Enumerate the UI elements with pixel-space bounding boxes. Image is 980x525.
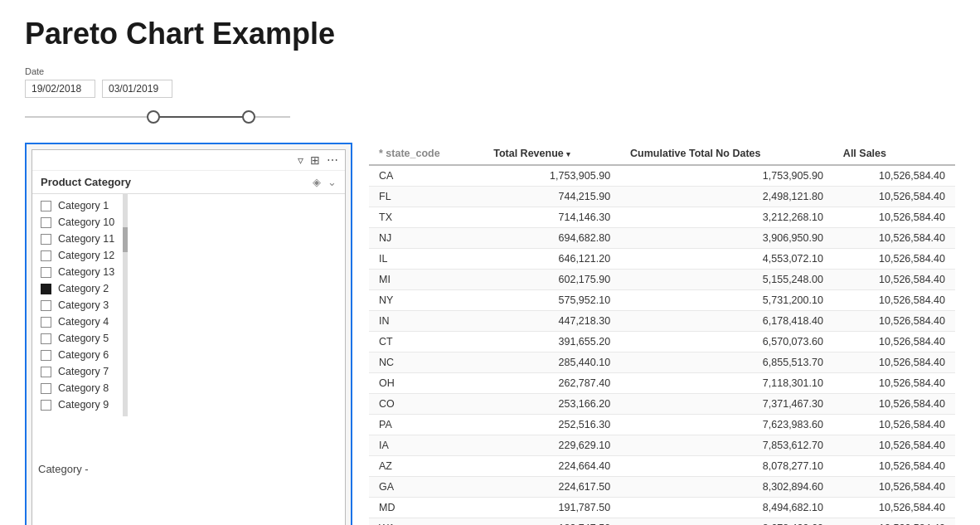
table-row: IA229,629.107,853,612.7010,526,584.40 xyxy=(369,435,955,456)
filter-checkbox[interactable] xyxy=(41,201,51,211)
table-cell: AZ xyxy=(369,456,483,477)
filter-item[interactable]: Category 8 xyxy=(32,380,123,396)
table-header: * state_codeTotal Revenue▾Cumulative Tot… xyxy=(369,143,955,165)
filter-checkbox[interactable] xyxy=(41,400,51,411)
table-col-header[interactable]: Total Revenue▾ xyxy=(483,143,620,165)
table-cell: 10,526,584.40 xyxy=(833,311,955,332)
table-cell: CO xyxy=(369,394,483,415)
table-cell: GA xyxy=(369,477,483,498)
table-cell: 10,526,584.40 xyxy=(833,270,955,290)
filter-checkbox[interactable] xyxy=(41,383,51,394)
filter-checkbox[interactable] xyxy=(41,333,51,344)
table-cell: 2,498,121.80 xyxy=(620,187,833,207)
table-cell: NC xyxy=(369,352,483,373)
filter-toolbar: ▿ ⊞ ⋯ xyxy=(32,150,345,171)
filter-checkbox[interactable] xyxy=(41,250,51,261)
table-cell: 8,078,277.10 xyxy=(620,456,833,477)
table-cell: MD xyxy=(369,498,483,518)
table-col-header[interactable]: All Sales xyxy=(833,143,955,165)
page-title: Pareto Chart Example xyxy=(25,17,955,51)
table-cell: 5,731,200.10 xyxy=(620,290,833,311)
expand-filter-icon[interactable]: ⌄ xyxy=(327,176,337,188)
table-cell: 262,787.40 xyxy=(483,373,620,394)
table-cell: MI xyxy=(369,270,483,290)
table-cell: IN xyxy=(369,311,483,332)
filter-checkbox[interactable] xyxy=(41,217,51,228)
table-cell: 10,526,584.40 xyxy=(833,477,955,498)
filter-item[interactable]: Category 6 xyxy=(32,347,123,363)
table-col-header[interactable]: Cumulative Total No Dates xyxy=(620,143,833,165)
filter-item[interactable]: Category 2 xyxy=(32,280,123,297)
table-cell: 3,212,268.10 xyxy=(620,207,833,228)
table-row: FL744,215.902,498,121.8010,526,584.40 xyxy=(369,187,955,207)
filter-item[interactable]: Category 10 xyxy=(32,214,123,231)
table-cell: 694,682.80 xyxy=(483,228,620,249)
filter-item[interactable]: Category 9 xyxy=(32,396,123,413)
table-row: AZ224,664.408,078,277.1010,526,584.40 xyxy=(369,456,955,477)
slider-track-active xyxy=(153,116,250,118)
filter-item-label: Category 7 xyxy=(58,366,109,377)
table-cell: 10,526,584.40 xyxy=(833,394,955,415)
table-view-icon[interactable]: ⊞ xyxy=(310,153,320,167)
date-start-input[interactable] xyxy=(25,80,95,98)
filter-checkbox[interactable] xyxy=(41,367,51,377)
filter-funnel-icon[interactable]: ▿ xyxy=(298,153,303,167)
filter-item[interactable]: Category 4 xyxy=(32,314,123,330)
filter-item[interactable]: Category 12 xyxy=(32,247,123,264)
date-inputs xyxy=(25,80,955,98)
filter-item-label: Category 6 xyxy=(58,349,109,361)
table-cell: 10,526,584.40 xyxy=(833,518,955,526)
table-row: CA1,753,905.901,753,905.9010,526,584.40 xyxy=(369,165,955,187)
date-slider[interactable] xyxy=(25,105,290,129)
filter-item[interactable]: Category 3 xyxy=(32,297,123,314)
filter-checkbox[interactable] xyxy=(41,234,51,245)
table-cell: 7,118,301.10 xyxy=(620,373,833,394)
table-cell: 10,526,584.40 xyxy=(833,165,955,187)
date-end-input[interactable] xyxy=(102,80,172,98)
table-cell: WA xyxy=(369,518,483,526)
filter-item[interactable]: Category 13 xyxy=(32,264,123,280)
slider-thumb-right[interactable] xyxy=(242,110,255,124)
filter-checkbox[interactable] xyxy=(41,317,51,328)
table-row: NC285,440.106,855,513.7010,526,584.40 xyxy=(369,352,955,373)
filter-scrollbar-thumb[interactable] xyxy=(123,227,128,252)
filter-checkbox[interactable] xyxy=(41,284,51,294)
table-cell: 10,526,584.40 xyxy=(833,332,955,352)
table-cell: 253,166.20 xyxy=(483,394,620,415)
clear-filter-icon[interactable]: ◈ xyxy=(313,176,321,188)
filter-header-icons: ◈ ⌄ xyxy=(313,176,337,188)
table-cell: 1,753,905.90 xyxy=(483,165,620,187)
table-col-header[interactable]: * state_code xyxy=(369,143,483,165)
filter-scrollbar[interactable] xyxy=(123,194,128,416)
filter-item[interactable]: Category 7 xyxy=(32,363,123,380)
filter-item-label: Category 11 xyxy=(58,233,114,245)
table-row: TX714,146.303,212,268.1010,526,584.40 xyxy=(369,207,955,228)
data-table: * state_codeTotal Revenue▾Cumulative Tot… xyxy=(369,143,955,525)
slider-thumb-left[interactable] xyxy=(147,110,160,124)
filter-item[interactable]: Category 11 xyxy=(32,231,123,247)
table-cell: 10,526,584.40 xyxy=(833,207,955,228)
filter-checkbox[interactable] xyxy=(41,300,51,311)
table-cell: OH xyxy=(369,373,483,394)
table-cell: 10,526,584.40 xyxy=(833,415,955,435)
table-cell: NJ xyxy=(369,228,483,249)
filter-checkbox[interactable] xyxy=(41,350,51,361)
table-cell: 6,570,073.60 xyxy=(620,332,833,352)
table-row: MI602,175.905,155,248.0010,526,584.40 xyxy=(369,270,955,290)
table-row: NJ694,682.803,906,950.9010,526,584.40 xyxy=(369,228,955,249)
table-cell: 10,526,584.40 xyxy=(833,249,955,270)
table-cell: CA xyxy=(369,165,483,187)
table-cell: 285,440.10 xyxy=(483,352,620,373)
header-row: * state_codeTotal Revenue▾Cumulative Tot… xyxy=(369,143,955,165)
table-cell: 3,906,950.90 xyxy=(620,228,833,249)
filter-item[interactable]: Category 5 xyxy=(32,330,123,347)
filter-checkbox[interactable] xyxy=(41,267,51,278)
table-cell: 7,853,612.70 xyxy=(620,435,833,456)
table-cell: 8,302,894.60 xyxy=(620,477,833,498)
more-options-icon[interactable]: ⋯ xyxy=(327,153,338,167)
table-cell: 10,526,584.40 xyxy=(833,435,955,456)
table-cell: 10,526,584.40 xyxy=(833,290,955,311)
table-row: IN447,218.306,178,418.4010,526,584.40 xyxy=(369,311,955,332)
filter-item[interactable]: Category 1 xyxy=(32,197,123,214)
table-cell: 1,753,905.90 xyxy=(620,165,833,187)
